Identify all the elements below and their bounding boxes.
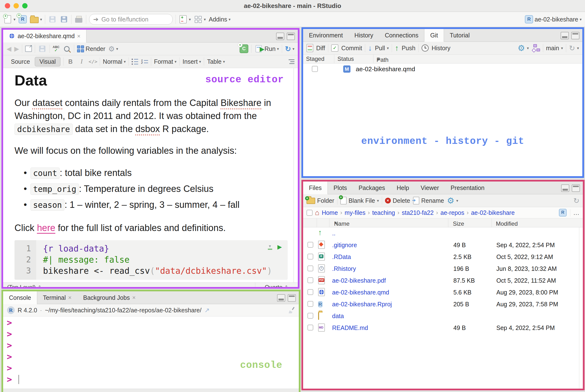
file-checkbox[interactable]: [307, 242, 313, 248]
breadcrumb-project[interactable]: ae-02-bikeshare: [471, 209, 515, 216]
file-row-up[interactable]: ..: [303, 228, 583, 239]
open-in-window-icon[interactable]: [25, 46, 32, 52]
maximize-pane-button[interactable]: [287, 32, 295, 40]
tab-viewer[interactable]: Viewer: [415, 182, 445, 194]
numbered-list-icon[interactable]: [141, 60, 148, 64]
code-line[interactable]: {r load-data}: [43, 243, 272, 254]
file-type-selector[interactable]: Quarto: [255, 283, 298, 289]
rename-file-button[interactable]: Rename: [413, 197, 444, 204]
outline-icon[interactable]: [289, 60, 294, 64]
paragraph-style-dropdown[interactable]: Normal: [103, 58, 126, 65]
console-output[interactable]: > > > > > > console: [3, 316, 299, 392]
insert-dropdown[interactable]: Insert: [183, 58, 201, 65]
refresh-button[interactable]: [569, 44, 579, 52]
maximize-pane-button[interactable]: [572, 184, 580, 192]
go-to-directory-icon[interactable]: [204, 306, 210, 314]
save-icon[interactable]: [39, 46, 46, 52]
tab-background-jobs[interactable]: Background Jobs: [77, 291, 141, 304]
diff-button[interactable]: Diff: [307, 44, 325, 52]
file-row[interactable]: .gitignore 49 B Sep 4, 2022, 2:54 PM: [303, 239, 583, 251]
tab-plots[interactable]: Plots: [328, 182, 353, 194]
inline-code-button[interactable]: </>: [89, 59, 97, 64]
file-row[interactable]: ae-02-bikeshare.Rproj 205 B Aug 29, 2023…: [303, 298, 583, 310]
tab-packages[interactable]: Packages: [353, 182, 391, 194]
staged-checkbox[interactable]: [312, 66, 318, 72]
git-file-row[interactable]: M ae-02-bikeshare.qmd: [303, 64, 582, 75]
tab-connections[interactable]: Connections: [379, 29, 424, 42]
close-tab-icon[interactable]: [68, 294, 72, 301]
insert-chunk-icon[interactable]: [240, 44, 248, 53]
commit-button[interactable]: Commit: [331, 44, 362, 52]
bold-button[interactable]: B: [67, 58, 75, 65]
minimize-pane-button[interactable]: [560, 32, 569, 39]
italic-button[interactable]: I: [78, 58, 86, 65]
goto-file-search[interactable]: [89, 14, 173, 24]
source-tools-button[interactable]: [285, 45, 294, 53]
close-tab-icon[interactable]: [77, 33, 81, 40]
maximize-pane-button[interactable]: [288, 294, 296, 302]
run-button[interactable]: Run: [254, 44, 279, 53]
editor-tab[interactable]: ae-02-bikeshare.qmd: [3, 30, 87, 42]
find-replace-icon[interactable]: [64, 46, 70, 52]
tab-terminal[interactable]: Terminal: [37, 291, 78, 304]
run-chunk-icon[interactable]: [278, 244, 282, 250]
file-checkbox[interactable]: [307, 289, 313, 295]
render-button[interactable]: Render: [77, 46, 105, 52]
more-button[interactable]: [570, 209, 579, 216]
tab-help[interactable]: Help: [391, 182, 415, 194]
tab-git[interactable]: Git: [424, 29, 444, 42]
breadcrumb-home[interactable]: Home: [322, 209, 338, 216]
bullet-list-icon[interactable]: [132, 59, 138, 65]
push-button[interactable]: Push: [395, 44, 415, 52]
workspace-panes-button[interactable]: [194, 15, 206, 24]
file-row[interactable]: .RData 2.5 KB Oct 5, 2022, 9:12 AM: [303, 251, 583, 263]
save-all-button[interactable]: [60, 15, 68, 24]
branch-selector[interactable]: main: [546, 45, 563, 52]
maximize-pane-button[interactable]: [571, 32, 579, 39]
source-mode-button[interactable]: Source: [7, 57, 34, 66]
project-menu-button[interactable]: ae-02-bikeshare: [525, 15, 581, 24]
file-row[interactable]: ae-02-bikeshare.qmd 5.6 KB Aug 29, 2023,…: [303, 286, 583, 298]
file-checkbox[interactable]: [307, 266, 313, 271]
new-blank-file-button[interactable]: Blank File: [340, 197, 379, 204]
close-tab-icon[interactable]: [132, 294, 136, 301]
breadcrumb-sta210[interactable]: sta210-fa22: [402, 209, 433, 216]
branch-icon[interactable]: [532, 44, 540, 52]
tab-presentation[interactable]: Presentation: [445, 182, 490, 194]
tab-files[interactable]: Files: [303, 182, 328, 194]
clear-console-icon[interactable]: [288, 306, 295, 314]
version-control-button[interactable]: [179, 15, 191, 24]
zoom-window-button[interactable]: [22, 3, 28, 8]
console-scrollbar[interactable]: [3, 388, 299, 392]
history-button[interactable]: History: [421, 44, 450, 52]
file-row[interactable]: ae-02-bikeshare.pdf 87.5 KB Oct 5, 2022,…: [303, 275, 583, 286]
file-row[interactable]: .Rhistory 196 B Jun 8, 2023, 10:32 AM: [303, 263, 583, 275]
file-checkbox[interactable]: [307, 254, 313, 260]
new-folder-button[interactable]: Folder: [307, 197, 334, 204]
delete-file-button[interactable]: Delete: [385, 197, 410, 204]
console-prompt-active[interactable]: >: [3, 374, 299, 385]
forward-icon[interactable]: ▶: [14, 45, 19, 52]
refresh-icon[interactable]: [573, 196, 579, 205]
file-checkbox[interactable]: [307, 325, 313, 330]
run-chunks-above-icon[interactable]: [268, 244, 272, 250]
breadcrumb-teaching[interactable]: teaching: [372, 209, 395, 216]
file-row[interactable]: data: [303, 310, 583, 322]
format-dropdown[interactable]: Format: [154, 58, 177, 65]
print-button[interactable]: [74, 15, 83, 24]
code-line[interactable]: bikeshare <- read_csv("data/dcbikeshare.…: [43, 265, 272, 276]
file-checkbox[interactable]: [307, 313, 313, 318]
tab-history[interactable]: History: [349, 29, 379, 42]
table-dropdown[interactable]: Table: [207, 58, 225, 65]
select-all-checkbox[interactable]: [307, 210, 313, 216]
open-file-button[interactable]: [30, 15, 42, 24]
file-row[interactable]: README.md 49 B Sep 4, 2022, 2:54 PM: [303, 322, 583, 334]
breadcrumb-ae-repos[interactable]: ae-repos: [440, 209, 464, 216]
close-window-button[interactable]: [5, 3, 10, 8]
git-settings-button[interactable]: [518, 43, 529, 53]
code-line[interactable]: #| message: false: [43, 254, 272, 265]
visual-mode-button[interactable]: Visual: [35, 57, 60, 66]
minimize-pane-button[interactable]: [561, 184, 569, 192]
minimize-pane-button[interactable]: [277, 294, 285, 302]
addins-dropdown[interactable]: Addins: [209, 16, 230, 23]
